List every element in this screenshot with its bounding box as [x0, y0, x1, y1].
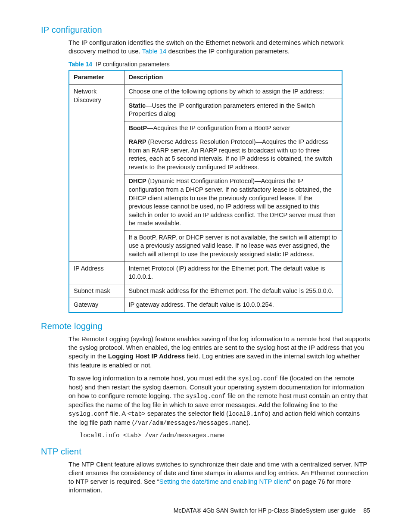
code-local0-info: local0.info [228, 411, 268, 417]
table-label: Table 14 [68, 61, 92, 68]
text: (Dynamic Host Configuration Protocol)—Ac… [129, 177, 336, 227]
ip-config-intro: The IP configuration identifies the swit… [68, 38, 370, 56]
cell-desc: BootP—Acquires the IP configuration from… [124, 121, 342, 135]
heading-remote-logging: Remote logging [41, 320, 370, 332]
code-block: local0.info <tab> /var/adm/messages.name [80, 432, 370, 440]
cell-desc: RARP (Reverse Address Resolution Protoco… [124, 135, 342, 174]
code-syslog-conf: syslog.conf [238, 375, 278, 382]
ntp-client-paragraph: The NTP Client feature allows switches t… [68, 460, 370, 495]
page-number: 85 [363, 507, 370, 514]
text: —Acquires the IP configuration from a Bo… [147, 124, 290, 131]
table-caption: Table 14IP configuration parameters [68, 60, 370, 68]
label-static: Static [129, 102, 146, 109]
cell-desc: Static—Uses the IP configuration paramet… [124, 99, 342, 121]
heading-ntp-client: NTP client [41, 446, 370, 457]
code-tab: <tab> [128, 411, 146, 417]
cell-desc: Choose one of the following options by w… [124, 84, 342, 99]
cell-desc: Internet Protocol (IP) address for the E… [124, 261, 342, 284]
label-rarp: RARP [129, 138, 146, 145]
text: —Uses the IP configuration parameters en… [129, 102, 315, 118]
th-parameter: Parameter [69, 70, 124, 84]
text: To save log information to a remote host… [68, 374, 238, 382]
cell-desc: DHCP (Dynamic Host Configuration Protoco… [124, 174, 342, 230]
text: Choose one of the following options by w… [129, 87, 338, 96]
table-row: Network Discovery Choose one of the foll… [69, 84, 342, 99]
table-row: Gateway IP gateway address. The default … [69, 298, 342, 312]
label-dhcp: DHCP [129, 177, 146, 184]
cell-param: Gateway [69, 298, 124, 312]
label-logging-host-ip: Logging Host IP Address [108, 352, 185, 360]
cell-param: IP Address [69, 261, 124, 284]
link-table-14[interactable]: Table 14 [142, 47, 167, 55]
text: ). [246, 419, 250, 426]
table-caption-text: IP configuration parameters [96, 61, 170, 68]
label-bootp: BootP [129, 124, 147, 131]
table-row: IP Address Internet Protocol (IP) addres… [69, 261, 342, 284]
text: file. A [108, 410, 127, 417]
cell-desc: If a BootP, RARP, or DHCP server is not … [124, 230, 342, 261]
code-path: /var/adm/messages/messages.name [134, 420, 246, 426]
remote-logging-p1: The Remote Logging (syslog) feature enab… [68, 335, 370, 370]
cell-param: Subnet mask [69, 284, 124, 298]
cell-desc: Subnet mask address for the Ethernet por… [124, 284, 342, 298]
link-setting-date-time[interactable]: Setting the date/time and enabling NTP c… [159, 478, 289, 485]
code-syslog-conf: syslog.conf [68, 411, 108, 417]
cell-param: Network Discovery [69, 84, 124, 261]
code-syslog-conf: syslog.conf [186, 393, 225, 400]
ip-config-table: Parameter Description Network Discovery … [68, 70, 342, 312]
remote-logging-p2: To save log information to a remote host… [68, 374, 370, 427]
text: describes the IP configuration parameter… [166, 47, 290, 55]
footer-text: McDATA® 4Gb SAN Switch for HP p-Class Bl… [174, 507, 356, 514]
cell-desc: IP gateway address. The default value is… [124, 298, 342, 312]
heading-ip-configuration: IP configuration [41, 24, 370, 36]
text: (Reverse Address Resolution Protocol)—Ac… [129, 138, 333, 171]
th-description: Description [124, 70, 342, 84]
text: If a BootP, RARP, or DHCP server is not … [129, 233, 338, 259]
page-footer: McDATA® 4Gb SAN Switch for HP p-Class Bl… [41, 507, 370, 515]
text: separates the selector field ( [146, 410, 229, 417]
table-row: Subnet mask Subnet mask address for the … [69, 284, 342, 298]
